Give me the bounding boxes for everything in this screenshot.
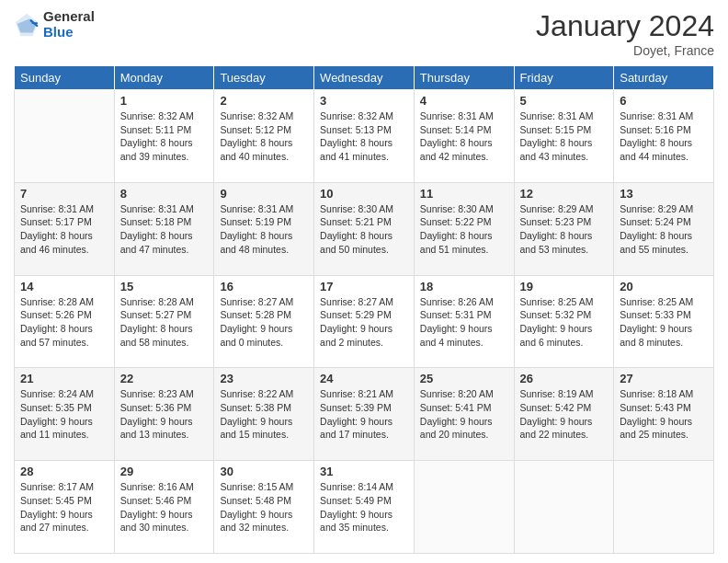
cell-text: Sunrise: 8:16 AMSunset: 5:46 PMDaylight:…	[120, 480, 209, 534]
col-thursday: Thursday	[414, 66, 514, 90]
table-row: 20Sunrise: 8:25 AMSunset: 5:33 PMDayligh…	[614, 275, 714, 368]
day-number: 23	[220, 372, 308, 385]
day-number: 22	[120, 372, 209, 385]
day-number: 16	[220, 280, 308, 293]
cell-text: Sunrise: 8:15 AMSunset: 5:48 PMDaylight:…	[220, 480, 308, 534]
table-row: 31Sunrise: 8:14 AMSunset: 5:49 PMDayligh…	[314, 461, 415, 554]
day-number: 28	[20, 465, 108, 478]
cell-text: Sunrise: 8:30 AMSunset: 5:21 PMDaylight:…	[320, 202, 408, 257]
day-number: 8	[120, 187, 209, 201]
day-number: 7	[20, 187, 108, 201]
cell-text: Sunrise: 8:31 AMSunset: 5:15 PMDaylight:…	[520, 109, 609, 164]
table-row: 1Sunrise: 8:32 AMSunset: 5:11 PMDaylight…	[114, 90, 214, 183]
table-row: 19Sunrise: 8:25 AMSunset: 5:32 PMDayligh…	[514, 275, 614, 368]
col-saturday: Saturday	[614, 66, 714, 90]
calendar-week-row: 21Sunrise: 8:24 AMSunset: 5:35 PMDayligh…	[15, 368, 714, 461]
calendar-table: Sunday Monday Tuesday Wednesday Thursday…	[14, 65, 714, 554]
cell-text: Sunrise: 8:30 AMSunset: 5:22 PMDaylight:…	[420, 202, 508, 257]
header-row: Sunday Monday Tuesday Wednesday Thursday…	[15, 66, 714, 90]
table-row: 25Sunrise: 8:20 AMSunset: 5:41 PMDayligh…	[414, 368, 514, 461]
table-row: 14Sunrise: 8:28 AMSunset: 5:26 PMDayligh…	[15, 275, 115, 368]
day-number: 6	[620, 94, 708, 108]
cell-text: Sunrise: 8:23 AMSunset: 5:36 PMDaylight:…	[120, 387, 209, 442]
location: Doyet, France	[536, 43, 714, 58]
table-row: 30Sunrise: 8:15 AMSunset: 5:48 PMDayligh…	[214, 461, 314, 554]
cell-text: Sunrise: 8:28 AMSunset: 5:26 PMDaylight:…	[20, 295, 108, 350]
table-row: 12Sunrise: 8:29 AMSunset: 5:23 PMDayligh…	[514, 182, 614, 275]
cell-text: Sunrise: 8:24 AMSunset: 5:35 PMDaylight:…	[20, 387, 108, 442]
day-number: 11	[420, 187, 508, 201]
table-row: 16Sunrise: 8:27 AMSunset: 5:28 PMDayligh…	[214, 275, 314, 368]
cell-text: Sunrise: 8:29 AMSunset: 5:24 PMDaylight:…	[620, 202, 708, 257]
col-sunday: Sunday	[15, 66, 115, 90]
title-area: January 2024 Doyet, France	[536, 9, 714, 58]
cell-text: Sunrise: 8:26 AMSunset: 5:31 PMDaylight:…	[420, 295, 508, 350]
header: General Blue January 2024 Doyet, France	[14, 9, 714, 58]
day-number: 27	[620, 372, 708, 385]
day-number: 9	[220, 187, 308, 201]
day-number: 18	[420, 280, 508, 293]
cell-text: Sunrise: 8:14 AMSunset: 5:49 PMDaylight:…	[320, 480, 408, 534]
cell-text: Sunrise: 8:22 AMSunset: 5:38 PMDaylight:…	[220, 387, 308, 442]
calendar-page: General Blue January 2024 Doyet, France …	[0, 0, 728, 563]
cell-text: Sunrise: 8:17 AMSunset: 5:45 PMDaylight:…	[20, 480, 108, 534]
day-number: 24	[320, 372, 408, 385]
day-number: 31	[320, 465, 408, 478]
calendar-week-row: 1Sunrise: 8:32 AMSunset: 5:11 PMDaylight…	[15, 90, 714, 183]
table-row: 8Sunrise: 8:31 AMSunset: 5:18 PMDaylight…	[114, 182, 214, 275]
logo-general: General	[43, 9, 95, 25]
table-row: 9Sunrise: 8:31 AMSunset: 5:19 PMDaylight…	[214, 182, 314, 275]
logo-text-block: General Blue	[43, 9, 95, 40]
day-number: 19	[520, 280, 609, 293]
cell-text: Sunrise: 8:32 AMSunset: 5:11 PMDaylight:…	[120, 109, 209, 164]
table-row: 13Sunrise: 8:29 AMSunset: 5:24 PMDayligh…	[614, 182, 714, 275]
table-row: 29Sunrise: 8:16 AMSunset: 5:46 PMDayligh…	[114, 461, 214, 554]
month-title: January 2024	[536, 9, 714, 43]
cell-text: Sunrise: 8:29 AMSunset: 5:23 PMDaylight:…	[520, 202, 609, 257]
table-row	[514, 461, 614, 554]
day-number: 1	[120, 94, 209, 108]
day-number: 10	[320, 187, 408, 201]
table-row: 24Sunrise: 8:21 AMSunset: 5:39 PMDayligh…	[314, 368, 415, 461]
table-row: 15Sunrise: 8:28 AMSunset: 5:27 PMDayligh…	[114, 275, 214, 368]
cell-text: Sunrise: 8:18 AMSunset: 5:43 PMDaylight:…	[620, 387, 708, 442]
table-row: 7Sunrise: 8:31 AMSunset: 5:17 PMDaylight…	[15, 182, 115, 275]
cell-text: Sunrise: 8:31 AMSunset: 5:14 PMDaylight:…	[420, 109, 508, 164]
table-row: 28Sunrise: 8:17 AMSunset: 5:45 PMDayligh…	[15, 461, 115, 554]
col-monday: Monday	[114, 66, 214, 90]
table-row: 26Sunrise: 8:19 AMSunset: 5:42 PMDayligh…	[514, 368, 614, 461]
table-row: 6Sunrise: 8:31 AMSunset: 5:16 PMDaylight…	[614, 90, 714, 183]
table-row	[414, 461, 514, 554]
logo: General Blue	[14, 9, 95, 40]
day-number: 26	[520, 372, 609, 385]
day-number: 29	[120, 465, 209, 478]
table-row: 22Sunrise: 8:23 AMSunset: 5:36 PMDayligh…	[114, 368, 214, 461]
cell-text: Sunrise: 8:32 AMSunset: 5:12 PMDaylight:…	[220, 109, 308, 164]
logo-blue: Blue	[43, 25, 95, 40]
table-row: 5Sunrise: 8:31 AMSunset: 5:15 PMDaylight…	[514, 90, 614, 183]
cell-text: Sunrise: 8:31 AMSunset: 5:18 PMDaylight:…	[120, 202, 209, 257]
col-friday: Friday	[514, 66, 614, 90]
col-wednesday: Wednesday	[314, 66, 415, 90]
table-row: 2Sunrise: 8:32 AMSunset: 5:12 PMDaylight…	[214, 90, 314, 183]
cell-text: Sunrise: 8:31 AMSunset: 5:16 PMDaylight:…	[620, 109, 708, 164]
table-row	[614, 461, 714, 554]
cell-text: Sunrise: 8:20 AMSunset: 5:41 PMDaylight:…	[420, 387, 508, 442]
table-row: 21Sunrise: 8:24 AMSunset: 5:35 PMDayligh…	[15, 368, 115, 461]
cell-text: Sunrise: 8:25 AMSunset: 5:33 PMDaylight:…	[620, 295, 708, 350]
cell-text: Sunrise: 8:21 AMSunset: 5:39 PMDaylight:…	[320, 387, 408, 442]
cell-text: Sunrise: 8:31 AMSunset: 5:19 PMDaylight:…	[220, 202, 308, 257]
day-number: 30	[220, 465, 308, 478]
day-number: 5	[520, 94, 609, 108]
table-row	[15, 90, 115, 183]
day-number: 2	[220, 94, 308, 108]
day-number: 13	[620, 187, 708, 201]
day-number: 3	[320, 94, 408, 108]
table-row: 27Sunrise: 8:18 AMSunset: 5:43 PMDayligh…	[614, 368, 714, 461]
day-number: 25	[420, 372, 508, 385]
calendar-week-row: 28Sunrise: 8:17 AMSunset: 5:45 PMDayligh…	[15, 461, 714, 554]
cell-text: Sunrise: 8:28 AMSunset: 5:27 PMDaylight:…	[120, 295, 209, 350]
col-tuesday: Tuesday	[214, 66, 314, 90]
cell-text: Sunrise: 8:27 AMSunset: 5:28 PMDaylight:…	[220, 295, 308, 350]
table-row: 23Sunrise: 8:22 AMSunset: 5:38 PMDayligh…	[214, 368, 314, 461]
